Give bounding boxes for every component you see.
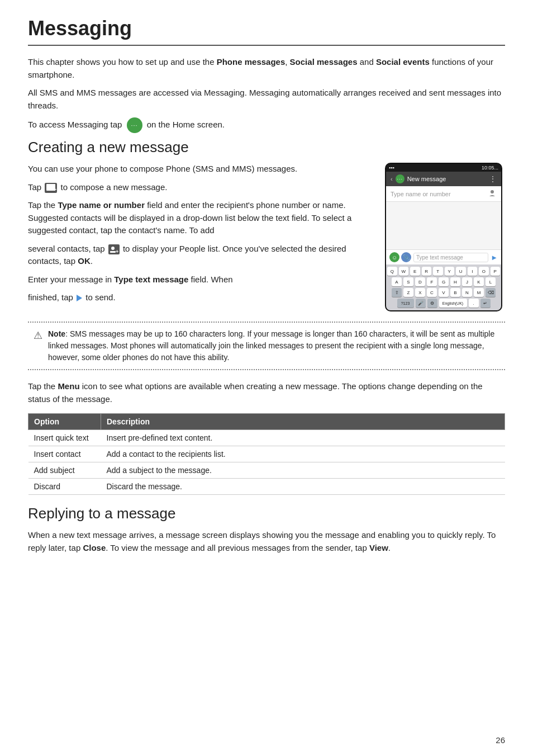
key-w[interactable]: W (399, 267, 409, 276)
phone-header-left: ‹ ··· New message (391, 174, 446, 183)
note-text: Note: SMS messages may be up to 160 char… (48, 328, 499, 363)
menu-intro-para: Tap the Menu icon to see what options ar… (28, 380, 505, 405)
signal-icon: ▪▪▪ (389, 165, 394, 171)
key-y[interactable]: Y (445, 267, 455, 276)
key-j[interactable]: J (462, 277, 472, 286)
key-c[interactable]: C (427, 288, 437, 297)
key-s[interactable]: S (403, 277, 413, 286)
note-box: ⚠ Note: SMS messages may be up to 160 ch… (28, 322, 505, 370)
key-l[interactable]: L (486, 277, 496, 286)
table-cell-description: Add a subject to the message. (101, 462, 505, 479)
key-m[interactable]: M (474, 288, 484, 297)
table-row: Insert contactAdd a contact to the recip… (28, 446, 505, 462)
key-backspace[interactable]: ⌫ (486, 288, 496, 297)
page-number: 26 (496, 735, 505, 745)
table-row: DiscardDiscard the message. (28, 479, 505, 495)
phone-header-menu-icon[interactable]: ⋮ (489, 174, 497, 183)
key-f[interactable]: F (427, 277, 437, 286)
intro-para3: To access Messaging tap on the Home scre… (28, 117, 505, 133)
key-k[interactable]: K (474, 277, 484, 286)
attach-icon[interactable]: 📎 (401, 252, 411, 262)
key-b[interactable]: B (450, 288, 460, 297)
phone-contacts-icon[interactable] (489, 189, 497, 199)
messaging-header-icon: ··· (396, 174, 404, 183)
table-row: Insert quick textInsert pre-defined text… (28, 430, 505, 446)
key-shift[interactable]: ⇧ (392, 288, 402, 297)
phone-to-placeholder: Type name or number (391, 191, 489, 197)
emoji-icon[interactable]: ☺ (389, 252, 399, 262)
key-r[interactable]: R (422, 267, 432, 276)
key-t[interactable]: T (433, 267, 443, 276)
creating-para1: You can use your phone to compose Phone … (28, 163, 371, 176)
svg-point-1 (111, 247, 115, 250)
phone-compose-bar: ☺ 📎 Type text message ► (386, 249, 501, 264)
svg-rect-2 (110, 251, 116, 253)
creating-para3: Tap the Type name or number field and en… (28, 199, 371, 237)
phone-compose-input[interactable]: Type text message (413, 253, 488, 262)
table-cell-option: Insert contact (28, 446, 101, 462)
key-mic[interactable]: 🎤 (416, 299, 426, 308)
table-col1-header: Option (28, 414, 101, 430)
creating-para6: finished, tap to send. (28, 291, 371, 304)
keyboard-row-4: ?123 🎤 ⚙ English(UK) . ↵ (387, 299, 500, 308)
compose-icons: ☺ 📎 (389, 252, 411, 262)
note-warning-icon: ⚠ (34, 329, 42, 363)
key-v[interactable]: V (439, 288, 449, 297)
key-settings[interactable]: ⚙ (427, 299, 437, 308)
key-g[interactable]: G (439, 277, 449, 286)
key-period[interactable]: . (469, 299, 479, 308)
phone-status-bar: ▪▪▪ 10:05... (386, 164, 501, 172)
phone-to-field[interactable]: Type name or number (386, 186, 501, 202)
contact-list-icon: + (108, 244, 120, 254)
key-u[interactable]: U (456, 267, 466, 276)
key-x[interactable]: X (415, 288, 425, 297)
key-d[interactable]: D (415, 277, 425, 286)
intro-para2: All SMS and MMS messages are accessed vi… (28, 87, 505, 112)
phone-header-title: New message (407, 176, 446, 182)
keyboard-row-3: ⇧ Z X C V B N M ⌫ (387, 288, 500, 297)
key-numbers[interactable]: ?123 (397, 299, 414, 308)
creating-para5: Enter your message in Type text message … (28, 273, 371, 286)
phone-mockup: ▪▪▪ 10:05... ‹ ··· New message ⋮ Type na… (385, 163, 502, 311)
table-cell-description: Add a contact to the recipients list. (101, 446, 505, 462)
status-left: ▪▪▪ (389, 165, 394, 171)
creating-para4: several contacts, tap + to display your … (28, 243, 371, 268)
options-table: Option Description Insert quick textInse… (28, 413, 505, 495)
key-q[interactable]: Q (387, 267, 397, 276)
text-column: You can use your phone to compose Phone … (28, 163, 371, 311)
content-columns: You can use your phone to compose Phone … (28, 163, 505, 311)
table-cell-option: Discard (28, 479, 101, 495)
keyboard-row-2: A S D F G H J K L (387, 277, 500, 286)
phone-send-button[interactable]: ► (491, 253, 498, 262)
key-space[interactable]: English(UK) (439, 299, 467, 308)
key-e[interactable]: E (410, 267, 420, 276)
key-a[interactable]: A (392, 277, 402, 286)
phone-header: ‹ ··· New message ⋮ (386, 172, 501, 186)
key-i[interactable]: I (468, 267, 478, 276)
page-title: Messaging (28, 17, 505, 46)
keyboard-row-1: Q W E R T Y U I O P (387, 267, 500, 276)
table-row: Add subjectAdd a subject to the message. (28, 462, 505, 479)
table-col2-header: Description (101, 414, 505, 430)
replying-section-title: Replying to a message (28, 505, 505, 522)
phone-mockup-column: ▪▪▪ 10:05... ‹ ··· New message ⋮ Type na… (382, 163, 505, 311)
status-time: 10:05... (482, 165, 498, 171)
table-cell-description: Insert pre-defined text content. (101, 430, 505, 446)
key-o[interactable]: O (479, 267, 489, 276)
key-z[interactable]: Z (403, 288, 413, 297)
phone-keyboard: Q W E R T Y U I O P A S D F G (386, 264, 501, 310)
key-h[interactable]: H (450, 277, 460, 286)
key-p[interactable]: P (491, 267, 501, 276)
key-n[interactable]: N (462, 288, 472, 297)
svg-text:+: + (116, 249, 118, 254)
phone-message-area (386, 202, 501, 249)
intro-para1: This chapter shows you how to set up and… (28, 56, 505, 81)
table-cell-description: Discard the message. (101, 479, 505, 495)
key-enter[interactable]: ↵ (480, 299, 491, 308)
creating-section-title: Creating a new message (28, 139, 505, 156)
compose-icon (45, 183, 57, 193)
replying-para1: When a new text message arrives, a messa… (28, 529, 505, 554)
messaging-app-icon (127, 117, 142, 133)
back-icon: ‹ (391, 176, 393, 182)
send-arrow-icon (77, 295, 82, 301)
